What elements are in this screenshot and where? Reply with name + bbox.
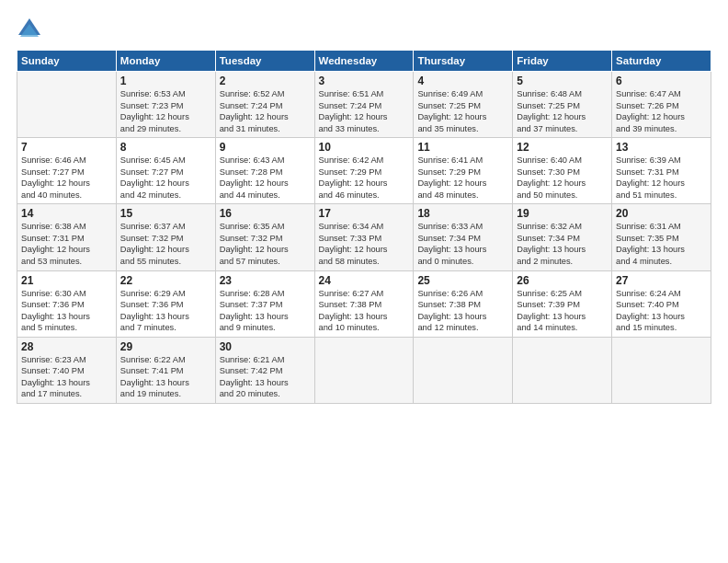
calendar-cell: 19Sunrise: 6:32 AM Sunset: 7:34 PM Dayli…	[513, 204, 612, 270]
day-number: 15	[120, 207, 211, 220]
day-number: 4	[417, 75, 508, 87]
day-number: 12	[517, 141, 608, 154]
cell-info: Sunrise: 6:48 AM Sunset: 7:25 PM Dayligh…	[517, 88, 608, 134]
calendar-cell: 3Sunrise: 6:51 AM Sunset: 7:24 PM Daylig…	[314, 72, 414, 138]
calendar-cell: 4Sunrise: 6:49 AM Sunset: 7:25 PM Daylig…	[414, 72, 513, 138]
page: SundayMondayTuesdayWednesdayThursdayFrid…	[0, 0, 728, 563]
cell-info: Sunrise: 6:34 AM Sunset: 7:33 PM Dayligh…	[319, 221, 410, 267]
calendar-cell: 6Sunrise: 6:47 AM Sunset: 7:26 PM Daylig…	[612, 72, 711, 138]
cell-info: Sunrise: 6:51 AM Sunset: 7:24 PM Dayligh…	[319, 88, 410, 134]
calendar-cell: 13Sunrise: 6:39 AM Sunset: 7:31 PM Dayli…	[612, 138, 711, 204]
day-number: 11	[417, 141, 508, 154]
day-number: 18	[417, 207, 508, 220]
calendar-cell: 17Sunrise: 6:34 AM Sunset: 7:33 PM Dayli…	[314, 204, 414, 270]
calendar-cell: 12Sunrise: 6:40 AM Sunset: 7:30 PM Dayli…	[513, 138, 612, 204]
cell-info: Sunrise: 6:33 AM Sunset: 7:34 PM Dayligh…	[417, 221, 508, 267]
cell-info: Sunrise: 6:52 AM Sunset: 7:24 PM Dayligh…	[220, 88, 311, 134]
calendar-cell: 7Sunrise: 6:46 AM Sunset: 7:27 PM Daylig…	[17, 138, 117, 204]
cell-info: Sunrise: 6:47 AM Sunset: 7:26 PM Dayligh…	[616, 88, 707, 134]
day-number: 5	[517, 75, 608, 87]
calendar-cell	[414, 337, 513, 403]
cell-info: Sunrise: 6:37 AM Sunset: 7:32 PM Dayligh…	[120, 221, 211, 267]
day-number: 22	[120, 274, 211, 287]
cell-info: Sunrise: 6:31 AM Sunset: 7:35 PM Dayligh…	[616, 221, 707, 267]
logo	[17, 17, 46, 42]
calendar-cell: 30Sunrise: 6:21 AM Sunset: 7:42 PM Dayli…	[215, 337, 314, 403]
calendar-cell	[612, 337, 711, 403]
day-number: 30	[220, 340, 311, 353]
cell-info: Sunrise: 6:25 AM Sunset: 7:39 PM Dayligh…	[517, 288, 608, 334]
col-header-thursday: Thursday	[414, 51, 513, 72]
calendar-cell: 10Sunrise: 6:42 AM Sunset: 7:29 PM Dayli…	[314, 138, 414, 204]
calendar-cell: 8Sunrise: 6:45 AM Sunset: 7:27 PM Daylig…	[116, 138, 215, 204]
calendar-cell: 21Sunrise: 6:30 AM Sunset: 7:36 PM Dayli…	[17, 270, 117, 337]
col-header-saturday: Saturday	[612, 51, 711, 72]
week-row-5: 28Sunrise: 6:23 AM Sunset: 7:40 PM Dayli…	[17, 337, 711, 403]
cell-info: Sunrise: 6:40 AM Sunset: 7:30 PM Dayligh…	[517, 155, 608, 201]
day-number: 23	[220, 274, 311, 287]
cell-info: Sunrise: 6:22 AM Sunset: 7:41 PM Dayligh…	[120, 354, 211, 400]
day-number: 19	[517, 207, 608, 220]
cell-info: Sunrise: 6:41 AM Sunset: 7:29 PM Dayligh…	[417, 155, 508, 201]
day-number: 9	[220, 141, 311, 154]
day-number: 21	[21, 274, 112, 287]
calendar-cell	[314, 337, 414, 403]
calendar-table: SundayMondayTuesdayWednesdayThursdayFrid…	[17, 50, 711, 404]
cell-info: Sunrise: 6:39 AM Sunset: 7:31 PM Dayligh…	[616, 155, 707, 201]
week-row-1: 1Sunrise: 6:53 AM Sunset: 7:23 PM Daylig…	[17, 72, 711, 138]
cell-info: Sunrise: 6:26 AM Sunset: 7:38 PM Dayligh…	[417, 288, 508, 334]
day-number: 20	[616, 207, 707, 220]
cell-info: Sunrise: 6:24 AM Sunset: 7:40 PM Dayligh…	[616, 288, 707, 334]
calendar-cell: 9Sunrise: 6:43 AM Sunset: 7:28 PM Daylig…	[215, 138, 314, 204]
cell-info: Sunrise: 6:45 AM Sunset: 7:27 PM Dayligh…	[120, 155, 211, 201]
day-number: 2	[220, 75, 311, 87]
header	[17, 17, 711, 42]
calendar-cell: 25Sunrise: 6:26 AM Sunset: 7:38 PM Dayli…	[414, 270, 513, 337]
cell-info: Sunrise: 6:30 AM Sunset: 7:36 PM Dayligh…	[21, 288, 112, 334]
week-row-3: 14Sunrise: 6:38 AM Sunset: 7:31 PM Dayli…	[17, 204, 711, 270]
calendar-cell	[17, 72, 117, 138]
calendar-cell: 20Sunrise: 6:31 AM Sunset: 7:35 PM Dayli…	[612, 204, 711, 270]
day-number: 24	[319, 274, 410, 287]
logo-icon	[17, 17, 42, 42]
cell-info: Sunrise: 6:29 AM Sunset: 7:36 PM Dayligh…	[120, 288, 211, 334]
cell-info: Sunrise: 6:43 AM Sunset: 7:28 PM Dayligh…	[220, 155, 311, 201]
day-number: 1	[120, 75, 211, 87]
day-number: 7	[21, 141, 112, 154]
calendar-cell: 1Sunrise: 6:53 AM Sunset: 7:23 PM Daylig…	[116, 72, 215, 138]
col-header-tuesday: Tuesday	[215, 51, 314, 72]
col-header-monday: Monday	[116, 51, 215, 72]
day-number: 14	[21, 207, 112, 220]
week-row-4: 21Sunrise: 6:30 AM Sunset: 7:36 PM Dayli…	[17, 270, 711, 337]
day-number: 28	[21, 340, 112, 353]
cell-info: Sunrise: 6:42 AM Sunset: 7:29 PM Dayligh…	[319, 155, 410, 201]
cell-info: Sunrise: 6:23 AM Sunset: 7:40 PM Dayligh…	[21, 354, 112, 400]
day-number: 6	[616, 75, 707, 87]
day-number: 29	[120, 340, 211, 353]
calendar-cell: 29Sunrise: 6:22 AM Sunset: 7:41 PM Dayli…	[116, 337, 215, 403]
day-number: 3	[319, 75, 410, 87]
day-number: 26	[517, 274, 608, 287]
calendar-cell: 11Sunrise: 6:41 AM Sunset: 7:29 PM Dayli…	[414, 138, 513, 204]
calendar-cell: 23Sunrise: 6:28 AM Sunset: 7:37 PM Dayli…	[215, 270, 314, 337]
day-number: 10	[319, 141, 410, 154]
col-header-friday: Friday	[513, 51, 612, 72]
calendar-cell: 27Sunrise: 6:24 AM Sunset: 7:40 PM Dayli…	[612, 270, 711, 337]
cell-info: Sunrise: 6:28 AM Sunset: 7:37 PM Dayligh…	[220, 288, 311, 334]
week-row-2: 7Sunrise: 6:46 AM Sunset: 7:27 PM Daylig…	[17, 138, 711, 204]
cell-info: Sunrise: 6:27 AM Sunset: 7:38 PM Dayligh…	[319, 288, 410, 334]
calendar-cell	[513, 337, 612, 403]
calendar-cell: 18Sunrise: 6:33 AM Sunset: 7:34 PM Dayli…	[414, 204, 513, 270]
day-number: 8	[120, 141, 211, 154]
calendar-cell: 28Sunrise: 6:23 AM Sunset: 7:40 PM Dayli…	[17, 337, 117, 403]
calendar-cell: 26Sunrise: 6:25 AM Sunset: 7:39 PM Dayli…	[513, 270, 612, 337]
cell-info: Sunrise: 6:49 AM Sunset: 7:25 PM Dayligh…	[417, 88, 508, 134]
calendar-cell: 16Sunrise: 6:35 AM Sunset: 7:32 PM Dayli…	[215, 204, 314, 270]
calendar-cell: 15Sunrise: 6:37 AM Sunset: 7:32 PM Dayli…	[116, 204, 215, 270]
col-header-wednesday: Wednesday	[314, 51, 414, 72]
cell-info: Sunrise: 6:38 AM Sunset: 7:31 PM Dayligh…	[21, 221, 112, 267]
calendar-cell: 14Sunrise: 6:38 AM Sunset: 7:31 PM Dayli…	[17, 204, 117, 270]
col-header-sunday: Sunday	[17, 51, 117, 72]
calendar-cell: 24Sunrise: 6:27 AM Sunset: 7:38 PM Dayli…	[314, 270, 414, 337]
day-number: 25	[417, 274, 508, 287]
